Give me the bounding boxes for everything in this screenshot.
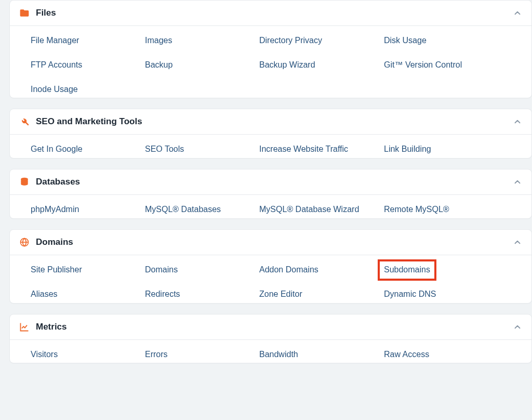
panel-body: Get In GoogleSEO ToolsIncrease Website T… xyxy=(10,135,531,158)
link-cell: Dynamic DNS xyxy=(384,289,498,300)
link-databases-1[interactable]: MySQL® Databases xyxy=(145,205,221,214)
panel-title: Metrics xyxy=(19,322,67,332)
panel-links: VisitorsErrorsBandwidthRaw Access xyxy=(19,349,522,360)
link-cell: Aliases xyxy=(31,289,135,300)
link-cell: phpMyAdmin xyxy=(31,204,135,215)
link-domains-0[interactable]: Site Publisher xyxy=(31,265,82,274)
panel-title-text: Domains xyxy=(36,237,73,247)
link-files-6[interactable]: Backup Wizard xyxy=(259,60,315,69)
database-icon xyxy=(19,177,30,187)
link-domains-4[interactable]: Aliases xyxy=(31,290,58,298)
link-cell: Increase Website Traffic xyxy=(259,144,374,155)
link-cell: Raw Access xyxy=(384,349,498,360)
link-domains-2[interactable]: Addon Domains xyxy=(259,265,318,274)
link-cell: MySQL® Databases xyxy=(145,204,249,215)
link-seo-2[interactable]: Increase Website Traffic xyxy=(259,145,348,153)
link-cell: SEO Tools xyxy=(145,144,249,155)
panel-header-files[interactable]: Files xyxy=(10,1,531,26)
link-cell: Link Building xyxy=(384,144,498,155)
panel-header-domains[interactable]: Domains xyxy=(10,230,531,255)
panel-title-text: Files xyxy=(36,8,56,18)
chevron-up-icon[interactable] xyxy=(513,8,522,18)
link-domains-3[interactable]: Subdomains xyxy=(378,259,436,281)
link-cell: Subdomains xyxy=(384,265,498,275)
panel-header-databases[interactable]: Databases xyxy=(10,169,531,195)
panel-body: VisitorsErrorsBandwidthRaw Access xyxy=(10,340,531,363)
link-cell: Disk Usage xyxy=(384,35,498,46)
globe-icon xyxy=(19,237,30,247)
panel-title: SEO and Marketing Tools xyxy=(19,116,142,127)
panel-links: Get In GoogleSEO ToolsIncrease Website T… xyxy=(19,144,522,155)
panel-title-text: SEO and Marketing Tools xyxy=(36,116,142,127)
link-domains-5[interactable]: Redirects xyxy=(145,290,180,298)
panel-links: Site PublisherDomainsAddon DomainsSubdom… xyxy=(19,265,522,300)
panel-body: Site PublisherDomainsAddon DomainsSubdom… xyxy=(10,255,531,303)
link-cell: Directory Privacy xyxy=(259,35,374,46)
panel-title: Domains xyxy=(19,237,73,247)
link-files-4[interactable]: FTP Accounts xyxy=(31,60,82,69)
link-files-7[interactable]: Git™ Version Control xyxy=(384,60,462,69)
link-cell: Images xyxy=(145,35,249,46)
link-cell: Git™ Version Control xyxy=(384,60,498,71)
panel-body: phpMyAdminMySQL® DatabasesMySQL® Databas… xyxy=(10,195,531,218)
chevron-up-icon[interactable] xyxy=(513,322,522,332)
link-metrics-1[interactable]: Errors xyxy=(145,350,168,359)
link-files-3[interactable]: Disk Usage xyxy=(384,36,427,45)
link-cell: FTP Accounts xyxy=(31,60,135,71)
link-cell: Redirects xyxy=(145,289,249,300)
link-cell: Bandwidth xyxy=(259,349,374,360)
link-files-8[interactable]: Inode Usage xyxy=(31,85,78,94)
panel-files: FilesFile ManagerImagesDirectory Privacy… xyxy=(9,0,532,98)
link-cell: Remote MySQL® xyxy=(384,204,498,215)
link-cell: Visitors xyxy=(31,349,135,360)
link-files-2[interactable]: Directory Privacy xyxy=(259,36,322,45)
link-cell: Domains xyxy=(145,265,249,275)
link-cell: Backup xyxy=(145,60,249,71)
panel-title-text: Databases xyxy=(36,177,80,187)
chevron-up-icon[interactable] xyxy=(513,177,522,187)
panel-title-text: Metrics xyxy=(36,322,67,332)
link-seo-0[interactable]: Get In Google xyxy=(31,145,83,153)
link-cell: Zone Editor xyxy=(259,289,374,300)
link-files-1[interactable]: Images xyxy=(145,36,172,45)
link-domains-7[interactable]: Dynamic DNS xyxy=(384,290,436,298)
panel-title: Files xyxy=(19,8,56,18)
link-files-0[interactable]: File Manager xyxy=(31,36,79,45)
link-cell: Get In Google xyxy=(31,144,135,155)
panel-title: Databases xyxy=(19,177,80,187)
link-metrics-3[interactable]: Raw Access xyxy=(384,350,429,359)
link-metrics-0[interactable]: Visitors xyxy=(31,350,58,359)
chart-icon xyxy=(19,322,30,332)
link-cell: File Manager xyxy=(31,35,135,46)
panel-links: File ManagerImagesDirectory PrivacyDisk … xyxy=(19,35,522,95)
link-cell: Addon Domains xyxy=(259,265,374,275)
link-cell: Site Publisher xyxy=(31,265,135,275)
chevron-up-icon[interactable] xyxy=(513,117,522,126)
link-databases-0[interactable]: phpMyAdmin xyxy=(31,205,79,214)
link-cell: Errors xyxy=(145,349,249,360)
panel-body: File ManagerImagesDirectory PrivacyDisk … xyxy=(10,26,531,98)
link-seo-3[interactable]: Link Building xyxy=(384,145,431,153)
panel-domains: DomainsSite PublisherDomainsAddon Domain… xyxy=(9,229,532,304)
link-cell: Backup Wizard xyxy=(259,60,374,71)
link-domains-1[interactable]: Domains xyxy=(145,265,178,274)
link-domains-6[interactable]: Zone Editor xyxy=(259,290,302,298)
panel-seo: SEO and Marketing ToolsGet In GoogleSEO … xyxy=(9,109,532,159)
folder-icon xyxy=(19,8,30,18)
panel-header-seo[interactable]: SEO and Marketing Tools xyxy=(10,109,531,135)
link-databases-3[interactable]: Remote MySQL® xyxy=(384,205,449,214)
chevron-up-icon[interactable] xyxy=(513,238,522,247)
tools-icon xyxy=(19,116,30,127)
panel-metrics: MetricsVisitorsErrorsBandwidthRaw Access xyxy=(9,314,532,364)
link-seo-1[interactable]: SEO Tools xyxy=(145,145,184,153)
link-databases-2[interactable]: MySQL® Database Wizard xyxy=(259,205,359,214)
link-metrics-2[interactable]: Bandwidth xyxy=(259,350,298,359)
link-files-5[interactable]: Backup xyxy=(145,60,172,69)
panel-databases: DatabasesphpMyAdminMySQL® DatabasesMySQL… xyxy=(9,169,532,219)
panel-links: phpMyAdminMySQL® DatabasesMySQL® Databas… xyxy=(19,204,522,215)
link-cell: Inode Usage xyxy=(31,84,135,95)
panel-header-metrics[interactable]: Metrics xyxy=(10,314,531,340)
link-cell: MySQL® Database Wizard xyxy=(259,204,374,215)
